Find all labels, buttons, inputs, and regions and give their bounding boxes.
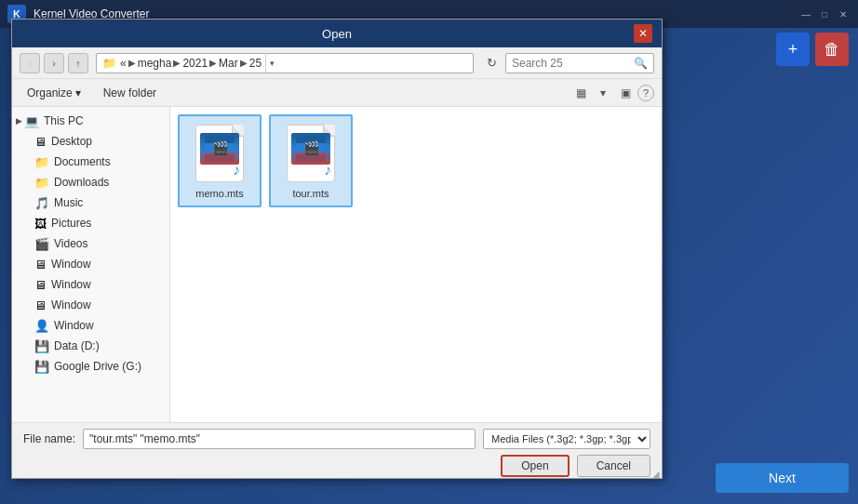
sidebar-item-window4[interactable]: 👤 Window — [12, 315, 169, 336]
open-button[interactable]: Open — [501, 455, 569, 477]
file-thumbnail-memo: 🎬 — [200, 133, 239, 165]
open-dialog: Open ✕ ‹ › ↑ 📁 « ▶ megha ▶ 2021 ▶ Mar ▶ … — [11, 19, 663, 479]
file-icon-tour: 🎬 ♪ — [281, 122, 341, 185]
filename-row: File name: Media Files (*.3g2; *.3gp; *.… — [23, 429, 650, 449]
filetype-select[interactable]: Media Files (*.3g2; *.3gp; *.3gp — [483, 429, 650, 449]
sidebar-item-window1[interactable]: 🖥 Window — [12, 254, 169, 274]
sidebar-label-videos: Videos — [54, 237, 87, 250]
sidebar-label-window1: Window — [51, 258, 91, 271]
sidebar-label-data-d: Data (D:) — [54, 339, 100, 352]
google-drive-icon: 💾 — [34, 360, 49, 374]
forward-button[interactable]: › — [44, 53, 64, 73]
sidebar-label-music: Music — [54, 196, 83, 209]
view-toggle-button[interactable]: ▦ — [570, 83, 591, 103]
sidebar-item-music[interactable]: 🎵 Music — [12, 192, 169, 213]
sidebar-item-pictures[interactable]: 🖼 Pictures — [12, 213, 169, 233]
file-label-tour: tour.mts — [292, 188, 328, 200]
file-area: 🎬 ♪ memo.mts — [170, 107, 662, 422]
help-button[interactable]: ? — [637, 85, 654, 101]
breadcrumb-root: « — [120, 57, 127, 70]
window4-icon: 👤 — [34, 319, 49, 333]
breadcrumb-seg2: Mar — [219, 57, 238, 70]
up-button[interactable]: ↑ — [68, 53, 88, 73]
desktop-icon: 🖥 — [34, 135, 47, 149]
breadcrumb-seg1: 2021 — [182, 57, 208, 70]
new-folder-button[interactable]: New folder — [96, 83, 164, 103]
sidebar-label-window4: Window — [54, 319, 94, 332]
folder-icon: 📁 — [102, 57, 116, 70]
dialog-content: ▶ 💻 This PC 🖥 Desktop 📁 Documents 📁 Down… — [12, 107, 662, 422]
svg-text:🎬: 🎬 — [303, 140, 320, 156]
sidebar-item-data-d[interactable]: 💾 Data (D:) — [12, 336, 169, 356]
expand-icon: ▶ — [16, 116, 22, 126]
sidebar-item-window3[interactable]: 🖥 Window — [12, 295, 169, 315]
minimize-button[interactable]: — — [798, 7, 813, 21]
sidebar: ▶ 💻 This PC 🖥 Desktop 📁 Documents 📁 Down… — [12, 107, 170, 422]
file-item-tour-mts[interactable]: 🎬 ♪ tour.mts — [269, 114, 353, 207]
sidebar-label-window2: Window — [51, 278, 91, 291]
sidebar-label-documents: Documents — [54, 155, 111, 168]
breadcrumb-seg3: 25 — [249, 57, 261, 70]
back-button[interactable]: ‹ — [20, 53, 40, 73]
app-right-controls: + 🗑 — [776, 33, 849, 66]
filename-input[interactable] — [83, 429, 476, 449]
dialog-bottom: File name: Media Files (*.3g2; *.3gp; *.… — [12, 422, 662, 478]
search-input[interactable] — [512, 57, 630, 70]
cancel-button[interactable]: Cancel — [577, 455, 650, 477]
app-titlebar-controls: — □ ✕ — [798, 7, 851, 21]
pc-icon: 💻 — [24, 114, 39, 128]
sidebar-label-downloads: Downloads — [54, 176, 109, 189]
address-dropdown[interactable]: ▾ — [265, 53, 278, 73]
sidebar-item-downloads[interactable]: 📁 Downloads — [12, 172, 169, 192]
dialog-close-button[interactable]: ✕ — [634, 24, 652, 43]
add-button[interactable]: + — [776, 33, 810, 66]
address-bar[interactable]: 📁 « ▶ megha ▶ 2021 ▶ Mar ▶ 25 ▾ — [96, 53, 474, 73]
music-note-memo: ♪ — [233, 162, 240, 179]
dialog-title: Open — [40, 27, 634, 41]
dialog-titlebar: Open ✕ — [12, 20, 662, 47]
search-icon: 🔍 — [634, 57, 648, 70]
pictures-icon: 🖼 — [34, 217, 47, 231]
view-dropdown[interactable]: ▾ — [593, 83, 613, 103]
next-button[interactable]: Next — [716, 463, 849, 493]
search-bar[interactable]: 🔍 — [505, 53, 654, 73]
sidebar-item-documents[interactable]: 📁 Documents — [12, 152, 169, 172]
refresh-button[interactable]: ↻ — [481, 53, 502, 73]
videos-icon: 🎬 — [34, 237, 49, 251]
sidebar-label-window3: Window — [51, 298, 91, 312]
music-note-tour: ♪ — [324, 162, 331, 179]
sidebar-item-desktop[interactable]: 🖥 Desktop — [12, 131, 169, 152]
breadcrumb-root-label: megha — [138, 57, 172, 70]
downloads-icon: 📁 — [34, 176, 49, 190]
sidebar-label-pictures: Pictures — [51, 217, 91, 230]
file-icon-memo: 🎬 ♪ — [190, 122, 249, 185]
music-icon: 🎵 — [34, 196, 49, 210]
dialog-nav-toolbar: ‹ › ↑ 📁 « ▶ megha ▶ 2021 ▶ Mar ▶ 25 ▾ ↻ … — [12, 47, 662, 79]
organize-button[interactable]: Organize ▾ — [20, 83, 88, 103]
documents-icon: 📁 — [34, 155, 49, 169]
file-thumbnail-tour: 🎬 — [291, 133, 330, 165]
organize-toolbar: Organize ▾ New folder ▦ ▾ ▣ ? — [12, 79, 662, 107]
view-controls: ▦ ▾ ▣ ? — [570, 83, 654, 103]
file-doc-memo: 🎬 ♪ — [195, 125, 244, 182]
file-item-memo-mts[interactable]: 🎬 ♪ memo.mts — [178, 114, 261, 207]
sidebar-item-google-drive[interactable]: 💾 Google Drive (G:) — [12, 356, 169, 377]
sidebar-label-this-pc: This PC — [44, 114, 84, 127]
maximize-button[interactable]: □ — [817, 7, 832, 21]
svg-text:🎬: 🎬 — [212, 140, 229, 156]
sidebar-item-window2[interactable]: 🖥 Window — [12, 274, 169, 295]
window2-icon: 🖥 — [34, 278, 47, 292]
delete-button[interactable]: 🗑 — [815, 33, 849, 66]
data-d-icon: 💾 — [34, 339, 49, 353]
resize-handle[interactable]: ◢ — [652, 469, 662, 478]
window1-icon: 🖥 — [34, 258, 47, 272]
sidebar-label-desktop: Desktop — [51, 135, 92, 148]
action-buttons: Open Cancel — [23, 455, 650, 477]
close-button[interactable]: ✕ — [836, 7, 851, 21]
breadcrumb: « ▶ megha ▶ 2021 ▶ Mar ▶ 25 — [120, 57, 261, 70]
sidebar-item-videos[interactable]: 🎬 Videos — [12, 233, 169, 254]
sidebar-item-this-pc[interactable]: ▶ 💻 This PC — [12, 111, 169, 131]
file-label-memo: memo.mts — [195, 188, 243, 200]
file-doc-tour: 🎬 ♪ — [287, 125, 335, 182]
panel-toggle-button[interactable]: ▣ — [615, 83, 636, 103]
